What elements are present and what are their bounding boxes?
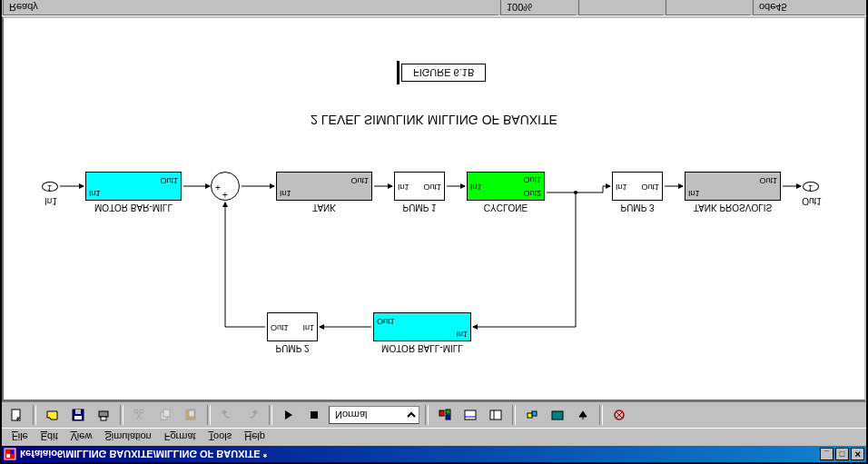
status-bar: Ready 100% ode45 (2, 0, 866, 16)
print-button[interactable] (93, 404, 114, 426)
svg-rect-7 (74, 416, 82, 420)
block-tank[interactable]: In1 Out1 (276, 172, 372, 201)
svg-rect-23 (446, 410, 450, 414)
separator (599, 405, 603, 425)
diagram-canvas[interactable]: 1 In1 In1 Out1 MOTOR BAR-MILL + + In1 Ou… (2, 16, 866, 401)
debug-button[interactable] (521, 404, 543, 426)
block-bar-mill[interactable]: In1 Out1 (85, 172, 182, 201)
app-icon (4, 448, 16, 460)
svg-rect-16 (189, 410, 194, 417)
port-out1-label: Out1 (799, 196, 824, 206)
svg-rect-14 (163, 410, 170, 417)
undo-button[interactable] (216, 404, 238, 426)
svg-rect-29 (532, 411, 537, 416)
block-pump2-label: PUMP 2 (267, 343, 318, 353)
separator (207, 405, 211, 425)
svg-rect-20 (311, 411, 318, 419)
cut-button[interactable] (129, 404, 151, 426)
play-button[interactable] (278, 404, 300, 426)
block-bar-mill-label: MOTOR BAR-MILL (85, 202, 182, 212)
svg-rect-2 (10, 450, 14, 454)
separator (512, 405, 516, 425)
port-out1[interactable]: 1 (803, 182, 819, 192)
separator (120, 405, 123, 425)
svg-rect-28 (528, 413, 532, 418)
svg-marker-31 (579, 411, 587, 417)
menu-bar: File Edit View Simulation Format Tools H… (2, 429, 866, 446)
save-button[interactable] (67, 404, 89, 426)
svg-rect-9 (99, 411, 108, 417)
svg-marker-5 (47, 411, 57, 420)
block-tank-label: TANK (276, 202, 372, 212)
tool3-button[interactable] (485, 404, 507, 426)
open-button[interactable] (42, 404, 64, 426)
title-bar: kefalaio6/MILLING BAUXITE/MILLING OF BAU… (2, 446, 866, 462)
figure-label: FIGURE 6.1B (401, 64, 486, 82)
close-button[interactable]: ✕ (851, 448, 864, 460)
svg-rect-30 (552, 411, 563, 420)
menu-edit[interactable]: Edit (35, 430, 64, 445)
block-pump1-label: PUMP 1 (394, 202, 445, 212)
block-tank-prosvolis-label: TANK PROSVOLIS (685, 202, 781, 212)
block-pump3[interactable]: In1 Out1 (612, 172, 663, 201)
svg-marker-19 (285, 410, 292, 420)
svg-rect-26 (490, 410, 501, 420)
block-pump1[interactable]: In1 Out1 (394, 172, 445, 201)
simulation-mode-select[interactable]: Normal (329, 406, 419, 424)
toolbar: Normal (2, 401, 866, 429)
block-sum[interactable]: + + (211, 172, 240, 201)
build-button[interactable] (608, 404, 630, 426)
svg-rect-21 (439, 410, 444, 416)
menu-simulation[interactable]: Simulation (98, 430, 157, 445)
new-button[interactable] (5, 404, 27, 426)
block-tank-prosvolis[interactable]: In1 Out1 (685, 172, 781, 201)
block-cyclone-label: CYCLONE (467, 202, 545, 212)
copy-button[interactable] (154, 404, 176, 426)
status-zoom: 100% (500, 0, 577, 15)
title-text: kefalaio6/MILLING BAUXITE/MILLING OF BAU… (20, 449, 267, 459)
maximize-button[interactable]: □ (835, 448, 849, 460)
menu-format[interactable]: Format (158, 430, 202, 445)
stop-button[interactable] (303, 404, 325, 426)
svg-marker-18 (252, 410, 258, 415)
block-ball-mill-label: MOTOR BALL-MILL (373, 343, 471, 353)
separator (33, 405, 36, 425)
paste-button[interactable] (180, 404, 202, 426)
port-in1-label: In1 (42, 196, 60, 206)
svg-point-49 (574, 191, 577, 194)
screen-button[interactable] (547, 404, 568, 426)
separator (425, 405, 429, 425)
redo-button[interactable] (242, 404, 263, 426)
menu-file[interactable]: File (5, 430, 35, 445)
menu-tools[interactable]: Tools (202, 430, 239, 445)
status-pane2 (666, 0, 751, 15)
diagram-title: 2 LEVEL SIMULINK MILLING OF BAUXITE (4, 113, 864, 127)
menu-view[interactable]: View (64, 430, 99, 445)
svg-rect-1 (6, 454, 10, 458)
status-pane1 (578, 0, 664, 15)
svg-marker-17 (222, 410, 227, 415)
port-in1[interactable]: 1 (42, 182, 58, 192)
block-ball-mill[interactable]: In1 Out1 (373, 312, 471, 341)
separator (269, 405, 272, 425)
menu-help[interactable]: Help (238, 430, 271, 445)
block-pump3-label: PUMP 3 (612, 202, 663, 212)
block-pump2[interactable]: In1 Out1 (267, 312, 318, 341)
svg-rect-22 (446, 415, 450, 420)
svg-rect-8 (75, 410, 81, 414)
svg-rect-10 (101, 417, 106, 420)
status-ready: Ready (3, 0, 498, 15)
minimize-button[interactable]: _ (820, 448, 833, 460)
down-button[interactable] (572, 404, 594, 426)
svg-rect-24 (465, 410, 476, 420)
lib-browser-button[interactable] (434, 404, 456, 426)
block-cyclone[interactable]: In1 Out2 Out1 (467, 172, 545, 201)
status-solver: ode45 (753, 0, 865, 15)
model-explorer-button[interactable] (459, 404, 481, 426)
app-window: kefalaio6/MILLING BAUXITE/MILLING OF BAU… (0, 0, 868, 464)
